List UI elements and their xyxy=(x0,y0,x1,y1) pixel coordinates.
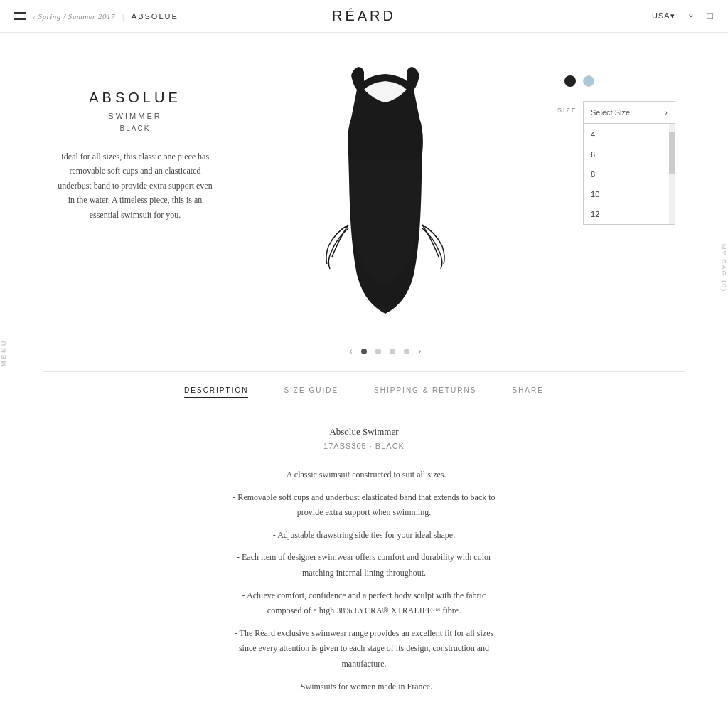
tab-size-guide[interactable]: SIZE GUIDE xyxy=(284,386,338,398)
product-image xyxy=(293,61,478,332)
size-option-10[interactable]: 10 xyxy=(584,184,675,204)
header-right: USA▾ ⚬ □ xyxy=(652,10,714,22)
product-right-panel: SIZE Select Size › 4 6 8 10 12 xyxy=(557,61,685,357)
size-option-4[interactable]: 4 xyxy=(584,124,675,144)
product-image-area: ‹ › xyxy=(213,61,557,357)
search-icon[interactable]: ⚬ xyxy=(687,10,696,22)
product-color: BLACK xyxy=(57,124,213,132)
site-logo[interactable]: RÉARD xyxy=(332,8,396,24)
size-label: SIZE xyxy=(557,107,577,114)
size-option-8[interactable]: 8 xyxy=(584,164,675,184)
tab-share[interactable]: SHARE xyxy=(512,386,543,398)
bullet-7: - Swimsuits for women made in France. xyxy=(71,679,657,695)
country-selector[interactable]: USA▾ xyxy=(652,11,675,21)
bullet-8: - 65% polyamide, 35% elastane. xyxy=(71,701,657,705)
bullet-3: - Adjustable drawstring side ties for yo… xyxy=(71,528,657,544)
breadcrumb-sep: | xyxy=(122,12,124,21)
carousel-dot-4[interactable] xyxy=(404,349,410,354)
bullet-5: - Achieve comfort, confidence and a perf… xyxy=(71,588,657,619)
size-scrollbar[interactable] xyxy=(669,124,675,224)
tab-description[interactable]: DESCRIPTION xyxy=(184,386,248,398)
breadcrumb-current: ABSOLUE xyxy=(132,12,178,21)
carousel-next[interactable]: › xyxy=(418,346,422,357)
product-area: ABSOLUE SWIMMER BLACK Ideal for all size… xyxy=(0,33,728,371)
carousel-dot-2[interactable] xyxy=(375,349,381,354)
size-option-12[interactable]: 12 xyxy=(584,204,675,224)
size-select-text: Select Size xyxy=(591,108,630,117)
size-scrollbar-thumb xyxy=(669,132,675,174)
product-description: Ideal for all sizes, this classic one pi… xyxy=(57,149,213,222)
swatch-blue[interactable] xyxy=(583,75,594,87)
carousel-prev[interactable]: ‹ xyxy=(349,346,353,357)
size-row: SIZE Select Size › 4 6 8 10 12 xyxy=(557,101,685,134)
header: ‹ Spring / Summer 2017 | ABSOLUE RÉARD U… xyxy=(0,0,728,33)
hamburger-menu[interactable] xyxy=(14,12,26,20)
bullet-4: - Each item of designer swimwear offers … xyxy=(71,550,657,581)
product-type: SWIMMER xyxy=(57,112,213,120)
carousel-dot-3[interactable] xyxy=(390,349,395,354)
carousel-dot-1[interactable] xyxy=(361,349,367,354)
size-select-button[interactable]: Select Size › xyxy=(583,101,675,124)
tab-shipping-returns[interactable]: SHIPPING & RETURNS xyxy=(374,386,476,398)
side-bag-label: MY BAG (0) xyxy=(720,243,727,292)
size-dropdown: 4 6 8 10 12 xyxy=(583,124,675,225)
tabs-section: DESCRIPTION SIZE GUIDE SHIPPING & RETURN… xyxy=(43,371,685,398)
size-dropdown-container: Select Size › 4 6 8 10 12 xyxy=(583,101,675,124)
bag-icon[interactable]: □ xyxy=(707,11,714,22)
bullet-2: - Removable soft cups and underbust elas… xyxy=(71,490,657,521)
product-name: ABSOLUE xyxy=(57,90,213,106)
size-chevron-icon: › xyxy=(665,108,668,117)
detail-sku: 17ABS305 · BLACK xyxy=(71,442,657,450)
size-right: Select Size › 4 6 8 10 12 GUIDE xyxy=(583,101,675,134)
swatch-black[interactable] xyxy=(564,75,576,87)
size-option-6[interactable]: 6 xyxy=(584,144,675,164)
breadcrumb-back[interactable]: ‹ Spring / Summer 2017 xyxy=(33,12,115,21)
bullet-6: - The Réard exclusive swimwear range pro… xyxy=(71,626,657,672)
product-detail: Absolue Swimmer 17ABS305 · BLACK - A cla… xyxy=(0,398,728,705)
color-swatches xyxy=(557,75,685,87)
carousel-controls: ‹ › xyxy=(349,346,421,357)
product-info-left: ABSOLUE SWIMMER BLACK Ideal for all size… xyxy=(57,61,213,357)
detail-product-name: Absolue Swimmer xyxy=(71,426,657,438)
header-left: ‹ Spring / Summer 2017 | ABSOLUE xyxy=(14,12,178,21)
bullet-1: - A classic swimsuit constructed to suit… xyxy=(71,467,657,483)
